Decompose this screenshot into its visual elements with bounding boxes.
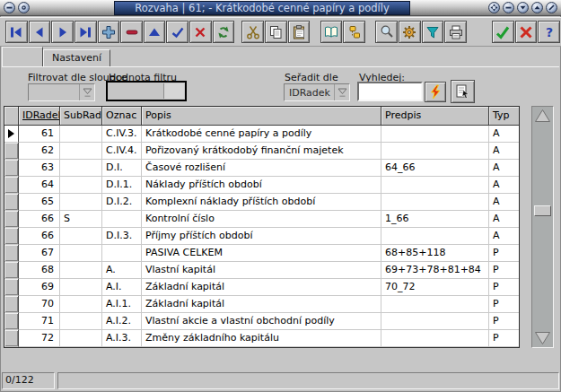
- select-from-list-button[interactable]: [451, 80, 475, 103]
- cell-typ[interactable]: A: [489, 160, 519, 177]
- cell-subradek[interactable]: [60, 126, 102, 143]
- cell-popis[interactable]: Příjmy příštích období: [142, 228, 381, 245]
- cell-idradek[interactable]: 70: [19, 296, 60, 313]
- cell-predpis[interactable]: [381, 228, 489, 245]
- tab-data[interactable]: [2, 47, 43, 66]
- row-selector[interactable]: [4, 330, 19, 347]
- header-predpis[interactable]: Predpis: [381, 107, 489, 126]
- search-input[interactable]: [357, 82, 423, 101]
- cell-oznac[interactable]: A.: [102, 262, 142, 279]
- cell-predpis[interactable]: 64_66: [381, 160, 489, 177]
- cell-oznac[interactable]: A.I.1.: [102, 296, 142, 313]
- table-row[interactable]: 68 A. Vlastní kapitál 69+73+78+81+84 P: [4, 262, 519, 279]
- print-button[interactable]: [444, 21, 467, 43]
- header-popis[interactable]: Popis: [142, 107, 381, 126]
- table-row[interactable]: 65 D.I.2. Komplexní náklady příštích obd…: [4, 194, 519, 211]
- scroll-up-button[interactable]: [533, 108, 552, 124]
- edit-record-button[interactable]: [144, 21, 166, 43]
- cell-oznac[interactable]: D.I.: [102, 160, 142, 177]
- cell-subradek[interactable]: [60, 177, 102, 194]
- cell-predpis[interactable]: 68+85+118: [381, 245, 489, 262]
- row-selector[interactable]: [4, 296, 19, 313]
- table-row[interactable]: 61 C.IV.3. Krátkodobé cenné papíry a pod…: [4, 126, 519, 143]
- copy-button[interactable]: [265, 21, 287, 43]
- settings-button[interactable]: [399, 21, 421, 43]
- cell-popis[interactable]: Vlastní kapitál: [142, 262, 381, 279]
- table-row[interactable]: 72 A.I.3. Změny základního kapitálu P: [4, 330, 519, 347]
- cell-subradek[interactable]: [60, 313, 102, 330]
- cell-popis[interactable]: Komplexní náklady příštích období: [142, 194, 381, 211]
- cell-predpis[interactable]: [381, 194, 489, 211]
- cell-predpis[interactable]: [381, 296, 489, 313]
- maximize-button[interactable]: [488, 2, 500, 13]
- cell-subradek[interactable]: [60, 262, 102, 279]
- cell-idradek[interactable]: 68: [19, 262, 60, 279]
- cell-idradek[interactable]: 69: [19, 279, 60, 296]
- cell-idradek[interactable]: 63: [19, 160, 60, 177]
- cell-oznac[interactable]: D.I.2.: [102, 194, 142, 211]
- shade-up-button[interactable]: [531, 2, 543, 13]
- cell-oznac[interactable]: A.I.3.: [102, 330, 142, 347]
- cell-subradek[interactable]: [60, 279, 102, 296]
- cell-subradek[interactable]: [60, 194, 102, 211]
- cell-idradek[interactable]: 66: [19, 228, 60, 245]
- row-selector[interactable]: [4, 245, 19, 262]
- row-selector[interactable]: [4, 211, 19, 228]
- refresh-button[interactable]: [213, 21, 235, 43]
- cell-popis[interactable]: Pořizovaný krátkodobý finanční majetek: [142, 143, 381, 160]
- table-row[interactable]: 63 D.I. Časové rozlišení 64_66 A: [4, 160, 519, 177]
- cell-idradek[interactable]: 61: [19, 126, 60, 143]
- header-oznac[interactable]: Oznac: [102, 107, 142, 126]
- cell-popis[interactable]: Základní kapitál: [142, 296, 381, 313]
- table-row[interactable]: 66 S Kontrolní číslo 1_66 A: [4, 211, 519, 228]
- confirm-button[interactable]: [492, 21, 514, 43]
- cell-subradek[interactable]: S: [60, 211, 102, 228]
- header-idradek[interactable]: IDRadek: [19, 107, 60, 126]
- cell-idradek[interactable]: 71: [19, 313, 60, 330]
- prior-record-button[interactable]: [29, 21, 51, 43]
- cell-typ[interactable]: P: [489, 245, 519, 262]
- vertical-scrollbar[interactable]: [531, 106, 554, 348]
- cell-typ[interactable]: A: [489, 194, 519, 211]
- table-row[interactable]: 66 D.I.3. Příjmy příštích období A: [4, 228, 519, 245]
- cancel-edit-button[interactable]: [189, 21, 212, 43]
- close-button[interactable]: [546, 2, 557, 13]
- cell-idradek[interactable]: 65: [19, 194, 60, 211]
- delete-record-button[interactable]: [120, 21, 143, 43]
- cell-oznac[interactable]: C.IV.4.: [102, 143, 142, 160]
- cell-typ[interactable]: P: [489, 279, 519, 296]
- cell-popis[interactable]: Krátkodobé cenné papíry a podíly: [142, 126, 381, 143]
- browse-button[interactable]: [320, 21, 343, 43]
- cell-subradek[interactable]: [60, 160, 102, 177]
- search-execute-button[interactable]: [425, 82, 446, 102]
- row-selector[interactable]: [4, 194, 19, 211]
- filter-value-field[interactable]: [106, 81, 187, 101]
- scroll-down-button[interactable]: [533, 330, 552, 346]
- cell-popis[interactable]: Časové rozlišení: [142, 160, 381, 177]
- cell-typ[interactable]: P: [489, 313, 519, 330]
- cell-predpis[interactable]: [381, 177, 489, 194]
- row-selector[interactable]: [4, 177, 19, 194]
- cell-oznac[interactable]: A.I.: [102, 279, 142, 296]
- cell-popis[interactable]: Kontrolní číslo: [142, 211, 381, 228]
- cell-typ[interactable]: A: [489, 143, 519, 160]
- cell-typ[interactable]: P: [489, 262, 519, 279]
- table-row[interactable]: 69 A.I. Základní kapitál 70_72 P: [4, 279, 519, 296]
- table-row[interactable]: 70 A.I.1. Základní kapitál P: [4, 296, 519, 313]
- cell-typ[interactable]: P: [489, 330, 519, 347]
- cell-idradek[interactable]: 72: [19, 330, 60, 347]
- cell-idradek[interactable]: 67: [19, 245, 60, 262]
- row-selector[interactable]: [4, 126, 19, 143]
- cell-popis[interactable]: Změny základního kapitálu: [142, 330, 381, 347]
- cell-subradek[interactable]: [60, 330, 102, 347]
- header-typ[interactable]: Typ: [489, 107, 519, 126]
- shade-down-button[interactable]: [517, 2, 529, 13]
- last-record-button[interactable]: [75, 21, 97, 43]
- cell-popis[interactable]: Náklady příštích období: [142, 177, 381, 194]
- cell-predpis[interactable]: 69+73+78+81+84: [381, 262, 489, 279]
- cell-subradek[interactable]: [60, 296, 102, 313]
- next-record-button[interactable]: [51, 21, 74, 43]
- tab-nastaveni[interactable]: Nastavení: [43, 49, 110, 66]
- row-selector[interactable]: [4, 313, 19, 330]
- cell-typ[interactable]: A: [489, 126, 519, 143]
